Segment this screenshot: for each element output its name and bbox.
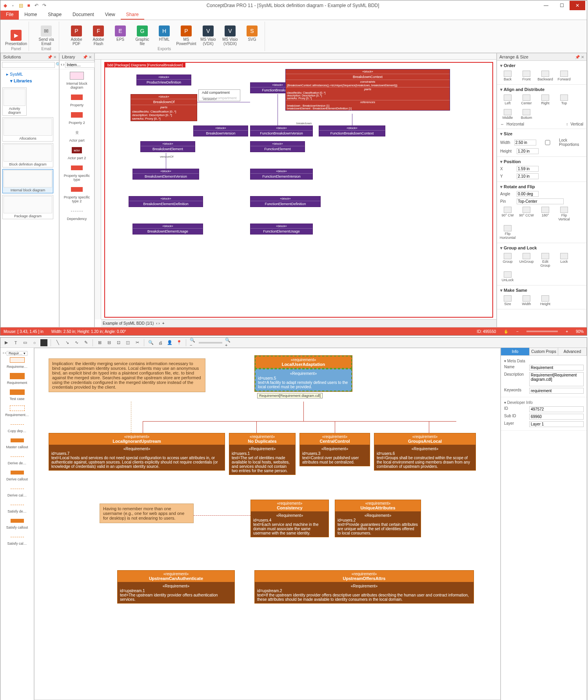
block-beu[interactable]: «block»BreakdownElementUsage — [132, 224, 203, 235]
arrange-pin-icon[interactable]: 📌 ✕ — [575, 55, 584, 59]
tb-rect-icon[interactable]: ▭ — [22, 339, 29, 346]
info-tab-custom[interactable]: Custom Props — [530, 348, 558, 355]
req-unique-attributes[interactable]: «requirement»UniqueAttributes «Requireme… — [335, 500, 421, 537]
sheet-tab[interactable]: Example of SysML BDD (1/1) — [103, 321, 154, 325]
info-tab-advanced[interactable]: Advanced — [558, 348, 587, 355]
qat-undo-icon[interactable]: ↶ — [33, 2, 40, 9]
lib-nav-fwd-icon[interactable]: › — [63, 62, 65, 68]
file-tab[interactable]: File — [0, 11, 19, 20]
req-consistency[interactable]: «requirement»Consistency «Requirement»id… — [250, 500, 329, 537]
lib-item-ibd[interactable]: Internal block diagram — [61, 71, 93, 89]
order-backward-button[interactable]: Backward — [538, 71, 553, 81]
align-right-button[interactable]: Right — [538, 95, 553, 105]
edit-group-button[interactable]: Edit Group — [538, 253, 553, 267]
lib-item-pst2[interactable]: Property specific type 2 — [61, 185, 93, 203]
align-section[interactable]: Align and Distribute — [500, 86, 583, 93]
unlock-button[interactable]: UnLock — [500, 271, 515, 282]
tab-shape[interactable]: Shape — [42, 11, 67, 20]
lib-item-dep[interactable]: Dependency — [61, 206, 93, 221]
lib-nav-back-icon[interactable]: ‹ — [61, 62, 62, 68]
qat-open-icon[interactable]: ▤ — [18, 2, 24, 9]
dev-info-header[interactable]: Developer Info — [504, 400, 584, 405]
diagram-canvas[interactable]: bdd [Package] Diagrams [FunctionalBreakd… — [94, 53, 497, 327]
thumb-ibd[interactable]: Internal block diagram — [2, 169, 53, 193]
height-input[interactable] — [517, 148, 539, 154]
tb-print-icon[interactable]: 🖨 — [157, 339, 164, 346]
block-pvd[interactable]: «block»ProductViewDefinition — [136, 75, 191, 85]
lib2-satisfy-callout[interactable]: Satisfy callout — [2, 517, 32, 529]
req-no-duplicates[interactable]: «requirement»No Duplicates «Requirement»… — [229, 433, 296, 475]
library-pin-icon[interactable]: 📌 ✕ — [83, 55, 92, 59]
req-upstream-offers-attrs[interactable]: «requirement»UpstreamOffersAttrs «Requir… — [254, 570, 474, 604]
note-username[interactable]: Having to remember more than one usernam… — [100, 504, 194, 523]
position-section[interactable]: Position — [500, 158, 583, 165]
order-back-button[interactable]: Back — [500, 71, 515, 81]
id-input[interactable] — [529, 406, 584, 412]
tb-cut-icon[interactable]: ✂ — [134, 339, 141, 346]
tb-search-icon[interactable]: 🔍 — [147, 339, 154, 346]
flip-h-button[interactable]: Flip Horizontal — [500, 225, 515, 240]
thumb-bdd[interactable]: Block definition diagram — [2, 143, 53, 167]
qat-redo-icon[interactable]: ↷ — [41, 2, 47, 9]
zoom-in-icon[interactable]: + — [566, 329, 568, 334]
lib-item-pst[interactable]: Property specific type — [61, 163, 93, 182]
size-section[interactable]: Size — [500, 131, 583, 137]
lib2-testcase[interactable]: Test case — [2, 389, 32, 401]
subid-input[interactable] — [529, 414, 584, 420]
lib2-derive-cal[interactable]: Derive cal… — [2, 485, 32, 497]
group-button[interactable]: Group — [500, 253, 515, 267]
kw-input[interactable] — [529, 388, 584, 394]
tb-d-icon[interactable]: ◫ — [124, 339, 131, 346]
lock-proportions-checkbox[interactable] — [539, 140, 557, 145]
block-be[interactable]: «block»BreakdownElement — [140, 141, 195, 152]
block-fe[interactable]: «block»FunctionElement — [250, 141, 305, 152]
lib2-requirement[interactable]: Requirement — [2, 373, 32, 385]
layer-select[interactable] — [529, 421, 584, 427]
thumb-activity[interactable]: Activity diagram — [2, 87, 27, 116]
export-vsdx-button[interactable]: VMS Visio (VSDX) — [221, 25, 240, 46]
send-email-button[interactable]: ✉Send via Email — [37, 25, 56, 46]
tb-c-icon[interactable]: ⊡ — [115, 339, 122, 346]
tab-view[interactable]: View — [100, 11, 121, 20]
solutions-libraries[interactable]: ▾ Libraries — [2, 78, 57, 84]
lib-item-property2[interactable]: Property 2 — [61, 110, 93, 125]
thumb-allocations[interactable]: Allocations — [2, 117, 53, 142]
sheet-nav-icon[interactable]: ‹ › — [156, 321, 160, 325]
info-tab-info[interactable]: Info — [501, 348, 530, 355]
desc-input[interactable]: Requirement[Requirement diagram.cdl] — [529, 372, 584, 386]
export-ppt-button[interactable]: PMS PowerPoint — [177, 25, 196, 46]
tb-curve-icon[interactable]: ∿ — [73, 339, 80, 346]
name-input[interactable] — [529, 365, 584, 371]
lib-item-property[interactable]: Property — [61, 93, 93, 107]
export-eps-button[interactable]: EEPS — [111, 25, 130, 46]
tb-pointer-icon[interactable]: ▶ — [3, 339, 10, 346]
y-input[interactable] — [517, 173, 539, 179]
lib2-requirement2[interactable]: Requirement… — [2, 405, 32, 417]
ungroup-button[interactable]: UnGroup — [519, 253, 534, 267]
maximize-button[interactable]: ☐ — [554, 1, 570, 10]
req-upstream-can-authenticate[interactable]: «requirement»UpstreamCanAuthenticate «Re… — [117, 570, 235, 604]
status-hand-icon[interactable]: ✋ — [504, 329, 508, 334]
align-bottom-button[interactable]: Bottom — [519, 109, 534, 120]
tb-a-icon[interactable]: ⊞ — [96, 339, 103, 346]
order-section[interactable]: Order — [500, 62, 583, 69]
add-compartment-item[interactable]: Add compartment — [199, 90, 240, 95]
tb-text-icon[interactable]: T — [12, 339, 19, 346]
requirements-canvas[interactable]: Implication: the identity merging servic… — [34, 348, 501, 700]
distribute-horiz-button[interactable]: ↔ — [500, 122, 504, 126]
tb-ellipse-icon[interactable]: ○ — [31, 339, 38, 346]
export-graphic-button[interactable]: GGraphic file — [133, 25, 152, 46]
export-pdf-button[interactable]: PAdobe PDF — [67, 25, 86, 46]
block-bv[interactable]: «block»BreakdownVersion — [193, 125, 248, 136]
export-vdx-button[interactable]: VMS Visio (VDX) — [199, 25, 218, 46]
zoom-slider[interactable] — [526, 331, 558, 332]
width-input[interactable] — [514, 140, 536, 145]
qat-save-icon[interactable]: ■ — [25, 2, 32, 9]
lib2-satisfy-cal[interactable]: Satisfy cal… — [2, 533, 32, 545]
solutions-root[interactable]: ▸ SysML — [2, 71, 57, 78]
tab-document[interactable]: Document — [67, 11, 100, 20]
rotate-180-button[interactable]: 180° — [538, 207, 553, 221]
tb-pin-icon[interactable]: 📍 — [176, 339, 183, 346]
lib2-derive-callout[interactable]: Derive callout — [2, 469, 32, 481]
tb-zoom-slider[interactable] — [199, 342, 222, 344]
